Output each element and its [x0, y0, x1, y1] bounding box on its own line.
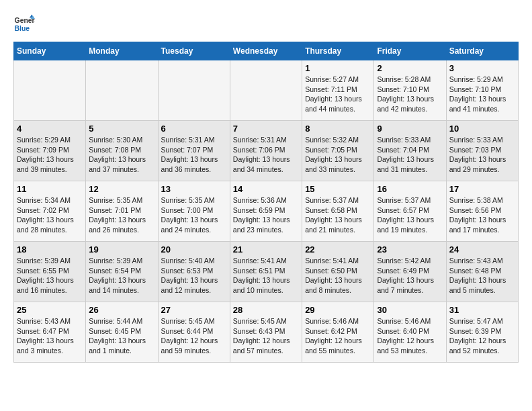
calendar-cell: 26Sunrise: 5:44 AM Sunset: 6:45 PM Dayli… — [86, 302, 158, 363]
calendar-cell: 2Sunrise: 5:28 AM Sunset: 7:10 PM Daylig… — [374, 60, 446, 121]
day-number: 23 — [377, 244, 443, 255]
day-number: 5 — [89, 124, 154, 134]
calendar-cell: 22Sunrise: 5:41 AM Sunset: 6:50 PM Dayli… — [302, 242, 374, 302]
day-content: Sunrise: 5:33 AM Sunset: 7:04 PM Dayligh… — [377, 135, 443, 175]
day-number: 11 — [17, 184, 83, 194]
day-content: Sunrise: 5:29 AM Sunset: 7:10 PM Dayligh… — [449, 75, 515, 114]
day-content: Sunrise: 5:42 AM Sunset: 6:49 PM Dayligh… — [377, 256, 443, 295]
day-content: Sunrise: 5:43 AM Sunset: 6:47 PM Dayligh… — [17, 316, 83, 356]
calendar-cell — [14, 60, 86, 121]
calendar-cell: 28Sunrise: 5:45 AM Sunset: 6:43 PM Dayli… — [230, 302, 302, 363]
day-number: 4 — [17, 124, 83, 134]
calendar-cell: 14Sunrise: 5:36 AM Sunset: 6:59 PM Dayli… — [230, 181, 302, 242]
calendar-cell — [158, 60, 230, 121]
day-content: Sunrise: 5:44 AM Sunset: 6:45 PM Dayligh… — [89, 316, 154, 356]
day-content: Sunrise: 5:39 AM Sunset: 6:54 PM Dayligh… — [89, 256, 154, 295]
calendar-cell: 23Sunrise: 5:42 AM Sunset: 6:49 PM Dayli… — [374, 242, 446, 302]
day-content: Sunrise: 5:40 AM Sunset: 6:53 PM Dayligh… — [161, 256, 227, 295]
calendar-week-row: 18Sunrise: 5:39 AM Sunset: 6:55 PM Dayli… — [14, 242, 519, 302]
day-number: 26 — [89, 305, 154, 315]
day-number: 6 — [161, 124, 227, 134]
calendar-cell: 12Sunrise: 5:35 AM Sunset: 7:01 PM Dayli… — [86, 181, 158, 242]
day-number: 7 — [233, 124, 299, 134]
calendar-cell: 3Sunrise: 5:29 AM Sunset: 7:10 PM Daylig… — [446, 60, 518, 121]
day-header-wednesday: Wednesday — [230, 42, 302, 60]
calendar-week-row: 11Sunrise: 5:34 AM Sunset: 7:02 PM Dayli… — [14, 181, 519, 242]
day-number: 12 — [89, 184, 154, 194]
day-number: 1 — [305, 63, 371, 73]
page-header: General Blue — [13, 13, 519, 35]
calendar-cell: 8Sunrise: 5:32 AM Sunset: 7:05 PM Daylig… — [302, 121, 374, 181]
day-content: Sunrise: 5:37 AM Sunset: 6:58 PM Dayligh… — [305, 195, 371, 235]
calendar-cell: 16Sunrise: 5:37 AM Sunset: 6:57 PM Dayli… — [374, 181, 446, 242]
day-content: Sunrise: 5:41 AM Sunset: 6:51 PM Dayligh… — [233, 256, 299, 295]
calendar-cell — [86, 60, 158, 121]
day-header-tuesday: Tuesday — [158, 42, 230, 60]
day-content: Sunrise: 5:31 AM Sunset: 7:06 PM Dayligh… — [233, 135, 299, 175]
day-content: Sunrise: 5:41 AM Sunset: 6:50 PM Dayligh… — [305, 256, 371, 295]
day-header-saturday: Saturday — [446, 42, 518, 60]
day-number: 29 — [305, 305, 371, 315]
day-number: 16 — [377, 184, 443, 194]
calendar-cell: 31Sunrise: 5:47 AM Sunset: 6:39 PM Dayli… — [446, 302, 518, 363]
day-content: Sunrise: 5:45 AM Sunset: 6:43 PM Dayligh… — [233, 316, 299, 356]
day-content: Sunrise: 5:31 AM Sunset: 7:07 PM Dayligh… — [161, 135, 227, 175]
day-content: Sunrise: 5:32 AM Sunset: 7:05 PM Dayligh… — [305, 135, 371, 175]
day-content: Sunrise: 5:35 AM Sunset: 7:01 PM Dayligh… — [89, 195, 154, 235]
day-header-friday: Friday — [374, 42, 446, 60]
day-content: Sunrise: 5:45 AM Sunset: 6:44 PM Dayligh… — [161, 316, 227, 356]
day-number: 15 — [305, 184, 371, 194]
day-header-sunday: Sunday — [14, 42, 86, 60]
day-content: Sunrise: 5:36 AM Sunset: 6:59 PM Dayligh… — [233, 195, 299, 235]
calendar-cell: 5Sunrise: 5:30 AM Sunset: 7:08 PM Daylig… — [86, 121, 158, 181]
day-number: 28 — [233, 305, 299, 315]
calendar-cell: 21Sunrise: 5:41 AM Sunset: 6:51 PM Dayli… — [230, 242, 302, 302]
svg-text:Blue: Blue — [15, 25, 30, 32]
day-number: 13 — [161, 184, 227, 194]
day-number: 27 — [161, 305, 227, 315]
day-number: 14 — [233, 184, 299, 194]
calendar-cell: 17Sunrise: 5:38 AM Sunset: 6:56 PM Dayli… — [446, 181, 518, 242]
calendar-cell: 30Sunrise: 5:46 AM Sunset: 6:40 PM Dayli… — [374, 302, 446, 363]
day-number: 31 — [449, 305, 515, 315]
logo: General Blue — [13, 13, 38, 35]
calendar-cell: 10Sunrise: 5:33 AM Sunset: 7:03 PM Dayli… — [446, 121, 518, 181]
day-content: Sunrise: 5:38 AM Sunset: 6:56 PM Dayligh… — [449, 195, 515, 235]
day-content: Sunrise: 5:27 AM Sunset: 7:11 PM Dayligh… — [305, 75, 371, 114]
day-content: Sunrise: 5:47 AM Sunset: 6:39 PM Dayligh… — [449, 316, 515, 356]
calendar-table: SundayMondayTuesdayWednesdayThursdayFrid… — [13, 42, 519, 363]
logo-icon: General Blue — [13, 13, 35, 35]
day-header-thursday: Thursday — [302, 42, 374, 60]
calendar-header-row: SundayMondayTuesdayWednesdayThursdayFrid… — [14, 42, 519, 60]
day-number: 17 — [449, 184, 515, 194]
day-number: 24 — [449, 244, 515, 255]
day-content: Sunrise: 5:37 AM Sunset: 6:57 PM Dayligh… — [377, 195, 443, 235]
calendar-cell: 25Sunrise: 5:43 AM Sunset: 6:47 PM Dayli… — [14, 302, 86, 363]
calendar-cell: 13Sunrise: 5:35 AM Sunset: 7:00 PM Dayli… — [158, 181, 230, 242]
calendar-cell: 11Sunrise: 5:34 AM Sunset: 7:02 PM Dayli… — [14, 181, 86, 242]
day-number: 21 — [233, 244, 299, 255]
day-content: Sunrise: 5:30 AM Sunset: 7:08 PM Dayligh… — [89, 135, 154, 175]
day-number: 10 — [449, 124, 515, 134]
day-content: Sunrise: 5:39 AM Sunset: 6:55 PM Dayligh… — [17, 256, 83, 295]
day-number: 2 — [377, 63, 443, 73]
day-content: Sunrise: 5:28 AM Sunset: 7:10 PM Dayligh… — [377, 75, 443, 114]
calendar-cell: 1Sunrise: 5:27 AM Sunset: 7:11 PM Daylig… — [302, 60, 374, 121]
day-number: 19 — [89, 244, 154, 255]
calendar-cell: 9Sunrise: 5:33 AM Sunset: 7:04 PM Daylig… — [374, 121, 446, 181]
day-number: 25 — [17, 305, 83, 315]
day-content: Sunrise: 5:29 AM Sunset: 7:09 PM Dayligh… — [17, 135, 83, 175]
day-content: Sunrise: 5:34 AM Sunset: 7:02 PM Dayligh… — [17, 195, 83, 235]
day-number: 22 — [305, 244, 371, 255]
calendar-cell: 15Sunrise: 5:37 AM Sunset: 6:58 PM Dayli… — [302, 181, 374, 242]
day-number: 8 — [305, 124, 371, 134]
calendar-cell: 29Sunrise: 5:46 AM Sunset: 6:42 PM Dayli… — [302, 302, 374, 363]
day-number: 3 — [449, 63, 515, 73]
day-content: Sunrise: 5:46 AM Sunset: 6:42 PM Dayligh… — [305, 316, 371, 356]
day-number: 18 — [17, 244, 83, 255]
calendar-week-row: 4Sunrise: 5:29 AM Sunset: 7:09 PM Daylig… — [14, 121, 519, 181]
day-content: Sunrise: 5:46 AM Sunset: 6:40 PM Dayligh… — [377, 316, 443, 356]
calendar-cell: 19Sunrise: 5:39 AM Sunset: 6:54 PM Dayli… — [86, 242, 158, 302]
calendar-cell: 24Sunrise: 5:43 AM Sunset: 6:48 PM Dayli… — [446, 242, 518, 302]
day-content: Sunrise: 5:33 AM Sunset: 7:03 PM Dayligh… — [449, 135, 515, 175]
